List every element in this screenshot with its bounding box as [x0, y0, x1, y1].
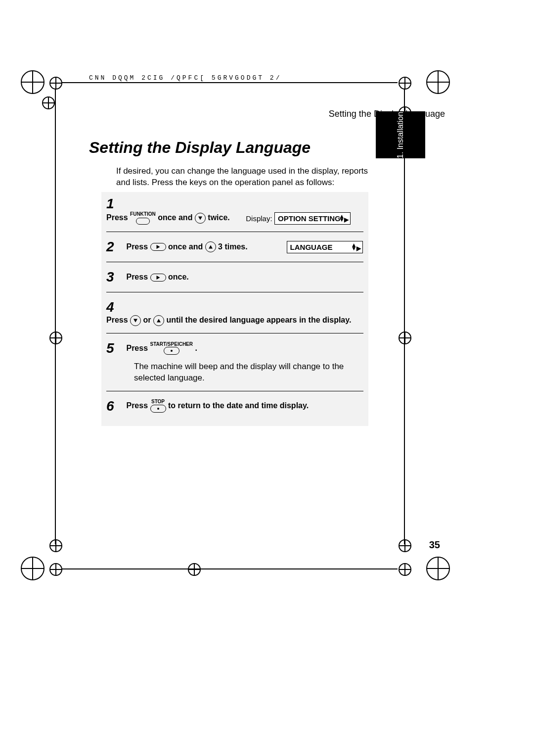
header-code: CNN DQQM 2CIG /QPFC[ 5GRVGODGT 2/ — [89, 74, 445, 82]
step-6: 6 Press STOP to return to the date and t… — [106, 391, 363, 421]
crop-mark — [49, 563, 62, 576]
step-body: Press or until the desired language appe… — [106, 315, 351, 326]
step-5: 5 Press START/SPEICHER . The machine wil… — [106, 333, 363, 391]
funktion-key-icon: FUNKTION — [130, 212, 156, 225]
intro-text: If desired, you can change the language … — [116, 166, 378, 189]
page-number: 35 — [429, 539, 440, 551]
down-arrow-key-icon — [130, 315, 141, 326]
lcd-display: LANGUAGE ▲▼▶ — [287, 241, 363, 253]
step-body: Press once. — [126, 273, 188, 282]
step-body: Press STOP to return to the date and tim… — [126, 399, 309, 413]
step-number: 2 — [106, 239, 121, 255]
crop-mark — [49, 331, 62, 344]
crop-mark — [399, 331, 411, 344]
step-number: 3 — [106, 269, 121, 285]
right-arrow-key-icon — [150, 274, 166, 282]
right-arrow-key-icon — [150, 243, 166, 251]
up-arrow-key-icon — [153, 315, 164, 326]
step-number: 5 — [106, 340, 121, 356]
step-body: Press once and 3 times. LANGUAGE ▲▼▶ — [126, 241, 362, 253]
step-2: 2 Press once and 3 times. LANGUAGE ▲▼▶ — [106, 232, 363, 262]
crop-line — [61, 568, 398, 569]
crop-mark — [21, 557, 44, 580]
crop-mark — [42, 96, 55, 109]
crop-line — [61, 82, 398, 83]
crop-mark — [21, 70, 44, 94]
step-4: 4 Press or until the desired language ap… — [106, 292, 363, 333]
step-number: 4 — [106, 299, 121, 315]
crop-mark — [426, 557, 450, 580]
stop-key-icon: STOP — [150, 399, 166, 413]
start-speicher-key-icon: START/SPEICHER — [150, 342, 193, 355]
step-extra-text: The machine will beep and the display wi… — [134, 361, 363, 384]
crop-mark — [399, 563, 411, 576]
step-body: Press START/SPEICHER . — [126, 342, 197, 355]
down-arrow-key-icon — [195, 213, 206, 224]
section-tab: 1. Installation — [376, 111, 425, 158]
step-1: 1 Press FUNKTION once and twice. Display… — [106, 192, 363, 232]
up-arrow-key-icon — [205, 241, 216, 252]
step-3: 3 Press once. — [106, 262, 363, 292]
lcd-display: OPTION SETTING ▲▼▶ — [274, 212, 351, 225]
steps-box: 1 Press FUNKTION once and twice. Display… — [101, 192, 368, 426]
crop-mark — [399, 539, 411, 552]
crop-mark — [188, 563, 201, 576]
crop-mark — [49, 539, 62, 552]
page-title: Setting the Display Language — [89, 139, 311, 157]
step-body: Press FUNKTION once and twice. Display: … — [106, 212, 351, 225]
crop-mark — [49, 77, 62, 90]
crop-line — [55, 89, 56, 544]
display-label: Display: — [246, 214, 272, 223]
step-number: 1 — [106, 196, 121, 212]
step-number: 6 — [106, 398, 121, 414]
